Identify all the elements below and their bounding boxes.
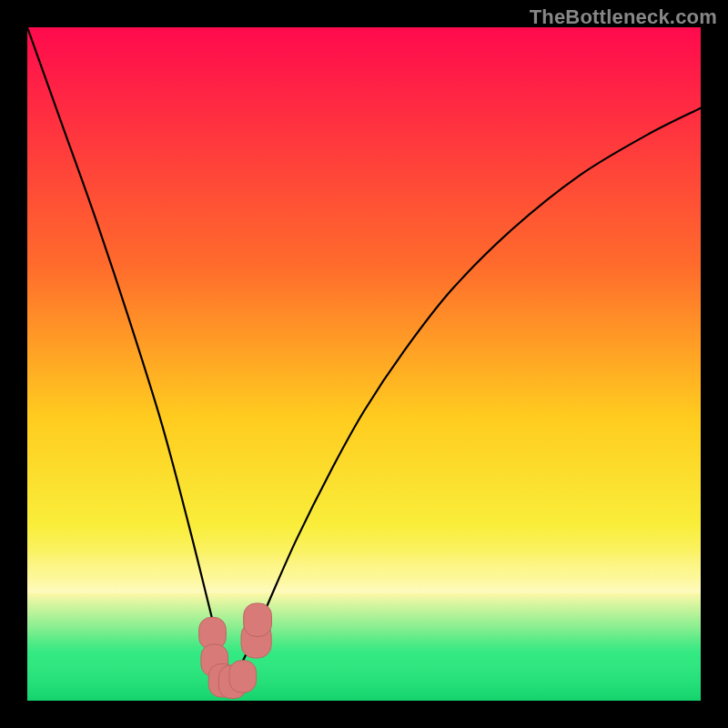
minimum-marker [229,661,257,693]
watermark-text: TheBottleneck.com [530,5,717,29]
minimum-marker [244,603,272,637]
minimum-markers [27,27,701,701]
plot-area [27,27,701,701]
chart-stage: TheBottleneck.com [0,0,728,728]
